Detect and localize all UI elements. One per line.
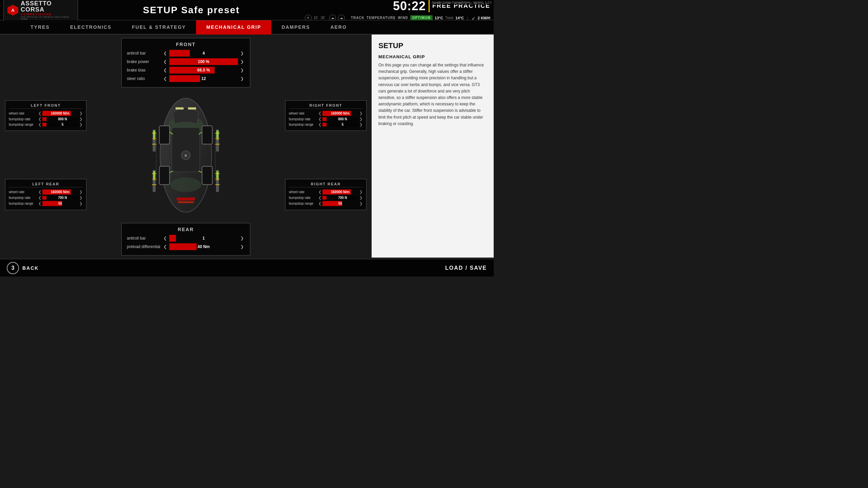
lr-bumpstop-rate-dec[interactable]: ❮ (38, 196, 42, 200)
svg-rect-15 (160, 126, 169, 143)
tab-aero[interactable]: AERO (320, 20, 357, 35)
brake-bias-ctrl: ❮ 66.0 % ❯ (162, 67, 245, 74)
lf-bumpstop-rate-dec[interactable]: ❮ (38, 117, 42, 121)
tab-tyres[interactable]: TYRES (20, 20, 60, 35)
brake-bias-bar: 66.0 % (169, 67, 238, 74)
preload-diff-bar: 40 Nm (169, 243, 238, 250)
preload-diff-label: preload differential (127, 244, 161, 249)
lf-bumpstop-range-dec[interactable]: ❮ (38, 122, 42, 127)
svg-text:A: A (11, 7, 15, 13)
lf-wheel-rate-bar: 160000 N/m (42, 111, 78, 116)
logo-tagline: THE OFFICIAL GT WORLD CHALLENGE GAME (21, 16, 74, 20)
air-temp: 13°C (435, 16, 443, 20)
track-temp-label: Track (445, 16, 454, 20)
rr-wheel-rate-dec[interactable]: ❮ (318, 190, 322, 194)
tab-fuel[interactable]: FUEL & STRATEGY (122, 20, 196, 35)
car-center: B (90, 90, 282, 220)
rr-bumpstop-rate-inc[interactable]: ❯ (359, 196, 363, 200)
rr-bumpstop-range-dec[interactable]: ❮ (318, 201, 322, 206)
brake-power-dec[interactable]: ❮ (162, 58, 168, 65)
back-label: BACK (22, 265, 39, 271)
load-save-button[interactable]: LOAD / SAVE (445, 265, 487, 271)
lr-bumpstop-rate-inc[interactable]: ❯ (79, 196, 83, 200)
lf-wheel-rate-inc[interactable]: ❯ (79, 111, 83, 116)
page-title: SETUP Safe preset (78, 5, 305, 16)
logo-box: A ASSETTO CORSA COMPETIZIONE THE OFFICIA… (3, 0, 78, 22)
back-button[interactable]: 3 BACK (7, 262, 39, 274)
lr-bumpstop-range-ctrl: ❮ 55 ❯ (38, 201, 83, 206)
rr-bumpstop-range-inc[interactable]: ❯ (359, 201, 363, 206)
antiroll-bar-rear-bar: 1 (169, 235, 238, 242)
brake-power-inc[interactable]: ❯ (239, 58, 245, 65)
rr-bumpstop-range-val: 55 (338, 202, 342, 205)
right-front-title: RIGHT FRONT (289, 103, 363, 109)
version-bar: Assetto Corsa Competizione - Version: 1.… (430, 0, 494, 5)
lf-bumpstop-rate-inc[interactable]: ❯ (79, 117, 83, 121)
content-wrapper: FRONT antiroll bar ❮ 4 ❯ brake power (0, 35, 494, 259)
left-rear-card: LEFT REAR wheel rate ❮ 160000 N/m ❯ (5, 179, 86, 210)
rr-wheel-rate-val: 160000 N/m (331, 190, 350, 194)
steer-ratio-dec[interactable]: ❮ (162, 75, 168, 82)
back-circle: 3 (7, 262, 19, 274)
track-temp: 14°C (455, 16, 464, 20)
lr-bumpstop-range-inc[interactable]: ❯ (79, 201, 83, 206)
preload-diff-ctrl: ❮ 40 Nm ❯ (162, 243, 245, 250)
steer-ratio-inc[interactable]: ❯ (239, 75, 245, 82)
antiroll-bar-front-inc[interactable]: ❯ (239, 50, 245, 57)
antiroll-bar-front-dec[interactable]: ❮ (162, 50, 168, 57)
lf-wheel-rate-dec[interactable]: ❮ (38, 111, 42, 116)
panel-text: On this page you can change all the sett… (378, 62, 487, 127)
rf-wheel-rate-row: wheel rate ❮ 160000 N/m ❯ (289, 111, 363, 116)
lr-wheel-rate-inc[interactable]: ❯ (79, 190, 83, 194)
brake-bias-dec[interactable]: ❮ (162, 67, 168, 74)
rf-bumpstop-rate-inc[interactable]: ❯ (359, 117, 363, 121)
steer-ratio-bar: 12 (169, 75, 238, 82)
preload-diff-dec[interactable]: ❮ (162, 243, 168, 250)
car-svg: B (143, 91, 228, 220)
preload-diff-inc[interactable]: ❯ (239, 243, 245, 250)
lr-wheel-rate-dec[interactable]: ❮ (38, 190, 42, 194)
tab-electronics[interactable]: ELECTRONICS (60, 20, 122, 35)
lr-wheel-rate-ctrl: ❮ 160000 N/m ❯ (38, 189, 83, 195)
rf-bumpstop-range-inc[interactable]: ❯ (359, 122, 363, 127)
lf-bumpstop-range-ctrl: ❮ 5 ❯ (38, 122, 83, 127)
rf-wheel-rate-label: wheel rate (289, 111, 318, 115)
rr-wheel-rate-row: wheel rate ❮ 160000 N/m ❯ (289, 189, 363, 195)
rf-bumpstop-range-dot (322, 123, 327, 126)
bottom-bar: 3 BACK LOAD / SAVE (0, 259, 494, 277)
optimum-badge: OPTIMUM (410, 15, 433, 20)
rf-wheel-rate-ctrl: ❮ 160000 N/m ❯ (318, 111, 363, 116)
lr-wheel-rate-label: wheel rate (9, 190, 38, 194)
rear-section: REAR antiroll bar ❮ 1 ❯ preload differen… (121, 223, 250, 256)
antiroll-bar-rear-fill (169, 235, 176, 242)
brake-bias-inc[interactable]: ❯ (239, 67, 245, 74)
lf-wheel-rate-val: 160000 N/m (51, 111, 70, 115)
rr-bumpstop-range-row: bumpstop range ❮ 55 ❯ (289, 201, 363, 206)
rf-bumpstop-rate-dec[interactable]: ❮ (318, 117, 322, 121)
rr-bumpstop-rate-dec[interactable]: ❮ (318, 196, 322, 200)
rf-bumpstop-rate-ctrl: ❮ 800 N ❯ (318, 117, 363, 121)
svg-rect-5 (172, 128, 200, 172)
right-info-panel: SETUP MECHANICAL GRIP On this page you c… (372, 35, 494, 258)
lf-wheel-rate-row: wheel rate ❮ 160000 N/m ❯ (9, 111, 83, 116)
svg-text:B: B (184, 154, 187, 157)
right-front-card: RIGHT FRONT wheel rate ❮ 160000 N/m ❯ (285, 100, 367, 131)
rf-wheel-rate-dec[interactable]: ❮ (318, 111, 322, 116)
tab-mechanical[interactable]: MECHANICAL GRIP (196, 20, 271, 35)
rf-bumpstop-range-dec[interactable]: ❮ (318, 122, 322, 127)
lr-bumpstop-range-dec[interactable]: ❮ (38, 201, 42, 206)
rr-wheel-rate-inc[interactable]: ❯ (359, 190, 363, 194)
svg-rect-10 (176, 107, 184, 110)
rf-wheel-rate-inc[interactable]: ❯ (359, 111, 363, 116)
brake-power-bar: 100 % (169, 58, 238, 65)
brake-bias-val: 66.0 % (197, 68, 210, 73)
lf-bumpstop-range-inc[interactable]: ❯ (79, 122, 83, 127)
tab-dampers[interactable]: DAMPERS (271, 20, 320, 35)
left-content: FRONT antiroll bar ❮ 4 ❯ brake power (0, 35, 372, 259)
left-front-card: LEFT FRONT wheel rate ❮ 160000 N/m ❯ (5, 100, 86, 131)
antiroll-bar-rear-inc[interactable]: ❯ (239, 235, 245, 242)
rr-bumpstop-rate-ctrl: ❮ 700 N ❯ (318, 196, 363, 200)
lr-bumpstop-range-val: 55 (58, 202, 62, 205)
antiroll-bar-rear-label: antiroll bar (127, 236, 161, 241)
antiroll-bar-rear-dec[interactable]: ❮ (162, 235, 168, 242)
